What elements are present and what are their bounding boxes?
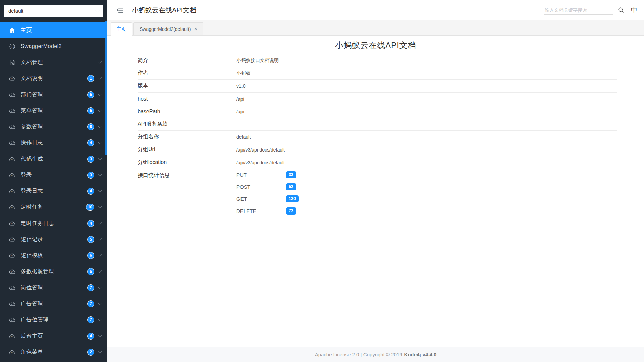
info-row-value: /api/v3/api-docs/default xyxy=(236,147,285,153)
app-title: 小蚂蚁云在线API文档 xyxy=(132,6,196,15)
tab-swagger-model2-default[interactable]: SwaggerModel2(default)× xyxy=(133,22,203,35)
sidebar-item-home[interactable]: 主页 xyxy=(0,22,107,38)
count-badge: 7 xyxy=(87,300,94,307)
count-badge: 5 xyxy=(87,107,94,114)
svg-text:API: API xyxy=(11,159,13,160)
svg-text:API: API xyxy=(11,239,13,241)
count-badge: 4 xyxy=(87,139,94,146)
api-cloud-icon: API xyxy=(9,333,16,340)
chevron-down-icon xyxy=(98,172,102,176)
count-badge: 3 xyxy=(87,172,94,179)
method-name: DELETE xyxy=(236,208,286,214)
sidebar-item-param-manage[interactable]: API参数管理8 xyxy=(0,119,107,135)
sidebar-item-login[interactable]: API登录3 xyxy=(0,167,107,183)
menu-fold-icon[interactable] xyxy=(116,6,124,14)
search-icon[interactable] xyxy=(618,7,624,13)
api-cloud-icon: API xyxy=(9,123,16,130)
chevron-down-icon xyxy=(98,75,102,80)
api-cloud-icon: API xyxy=(9,268,16,275)
method-stat-row: POST52 xyxy=(236,181,617,193)
method-stats-table: PUT33POST52GET120DELETE73 xyxy=(236,169,617,217)
chevron-down-icon xyxy=(98,124,102,128)
sidebar-item-code-gen[interactable]: API代码生成3 xyxy=(0,151,107,167)
info-row-value: v1.0 xyxy=(236,83,245,89)
method-stat-row: DELETE73 xyxy=(236,205,617,217)
api-cloud-icon: API xyxy=(9,107,16,114)
svg-text:API: API xyxy=(11,207,13,208)
method-count-badge: 52 xyxy=(286,183,296,190)
method-count-badge: 120 xyxy=(286,195,299,202)
svg-text:API: API xyxy=(11,255,13,257)
info-row: host/api xyxy=(138,93,617,105)
method-name: POST xyxy=(236,184,286,190)
sidebar-item-menu-manage[interactable]: API菜单管理5 xyxy=(0,103,107,119)
sidebar-item-ad-manage[interactable]: API广告管理7 xyxy=(0,296,107,312)
chevron-down-icon xyxy=(98,317,102,321)
group-select[interactable]: default xyxy=(4,5,103,17)
method-count-badge: 33 xyxy=(286,171,296,178)
sidebar-item-cron-job[interactable]: API定时任务10 xyxy=(0,199,107,215)
svg-text:API: API xyxy=(11,191,13,192)
sidebar-item-sms-template[interactable]: API短信模板6 xyxy=(0,247,107,263)
info-row-label: basePath xyxy=(138,109,236,115)
chevron-down-icon xyxy=(98,156,102,160)
tab-bar: 主页SwaggerModel2(default)× xyxy=(107,20,644,36)
chevron-down-icon xyxy=(98,285,102,289)
tab-home[interactable]: 主页 xyxy=(111,22,132,35)
method-stat-row: GET120 xyxy=(236,193,617,205)
sidebar-item-label: 主页 xyxy=(21,27,101,34)
info-row-label: host xyxy=(138,96,236,102)
api-cloud-icon: API xyxy=(9,284,16,291)
count-badge: 10 xyxy=(86,204,94,211)
svg-text:API: API xyxy=(11,126,13,128)
info-row: 版本v1.0 xyxy=(138,80,617,93)
sidebar-item-cron-job-log[interactable]: API定时任务日志4 xyxy=(0,215,107,231)
sidebar-item-admin-home[interactable]: API后台主页4 xyxy=(0,328,107,344)
api-cloud-icon: API xyxy=(9,220,16,227)
info-row-value: /api xyxy=(236,96,244,102)
sidebar-item-multi-datasource[interactable]: API多数据源管理6 xyxy=(0,263,107,280)
sidebar-item-doc-desc[interactable]: API文档说明1 xyxy=(0,70,107,86)
chevron-down-icon xyxy=(98,349,102,353)
svg-text:API: API xyxy=(11,175,13,176)
info-row: 分组名称default xyxy=(138,131,617,143)
doc-search-input[interactable] xyxy=(544,6,613,15)
chevron-down-icon xyxy=(98,268,102,273)
sidebar-item-label: 后台主页 xyxy=(21,333,87,340)
sidebar-item-label: 菜单管理 xyxy=(21,107,87,114)
api-cloud-icon: API xyxy=(9,204,16,211)
sidebar-item-ad-slot-manage[interactable]: API广告位管理7 xyxy=(0,312,107,328)
swagger-icon: {.} xyxy=(9,43,16,50)
sidebar-item-label: 文档说明 xyxy=(21,75,87,82)
sidebar-item-sms-record[interactable]: API短信记录5 xyxy=(0,231,107,247)
header: 小蚂蚁云在线API文档 中 xyxy=(107,0,644,20)
tab-close-icon[interactable]: × xyxy=(194,26,197,32)
api-cloud-icon: API xyxy=(9,349,16,356)
footer-brand: Knife4j-v4.4.0 xyxy=(404,352,437,357)
language-switch-icon[interactable]: 中 xyxy=(631,6,637,14)
count-badge: 7 xyxy=(87,316,94,323)
info-row-value: 小蚂蚁 xyxy=(236,70,251,76)
count-badge: 4 xyxy=(87,220,94,227)
sidebar-scrollbar-thumb[interactable] xyxy=(105,21,107,155)
sidebar-item-label: 岗位管理 xyxy=(21,284,87,291)
info-row-label: 分组Url xyxy=(138,146,236,153)
sidebar-item-label: 角色菜单 xyxy=(21,349,87,356)
sidebar-item-role-menu[interactable]: API角色菜单2 xyxy=(0,344,107,360)
sidebar-item-label: 登录 xyxy=(21,172,87,179)
sidebar-item-swagger-model2[interactable]: {.}SwaggerModel2 xyxy=(0,38,107,54)
group-select-value: default xyxy=(8,8,23,14)
svg-text:API: API xyxy=(11,352,13,353)
sidebar-item-login-log[interactable]: API登录日志4 xyxy=(0,183,107,199)
chevron-down-icon xyxy=(98,333,102,337)
chevron-down-icon xyxy=(98,59,102,64)
sidebar-item-label: 定时任务 xyxy=(21,204,86,211)
count-badge: 6 xyxy=(87,268,94,275)
tab-label: 主页 xyxy=(117,26,126,32)
sidebar-item-dept-manage[interactable]: API部门管理5 xyxy=(0,86,107,103)
main-area: 小蚂蚁云在线API文档 中 主页SwaggerModel2(default)× … xyxy=(107,0,644,362)
sidebar-item-doc-manage[interactable]: 文档管理 xyxy=(0,54,107,70)
api-cloud-icon: API xyxy=(9,188,16,195)
sidebar-item-post-manage[interactable]: API岗位管理7 xyxy=(0,280,107,296)
sidebar-item-operation-log[interactable]: API操作日志4 xyxy=(0,135,107,151)
